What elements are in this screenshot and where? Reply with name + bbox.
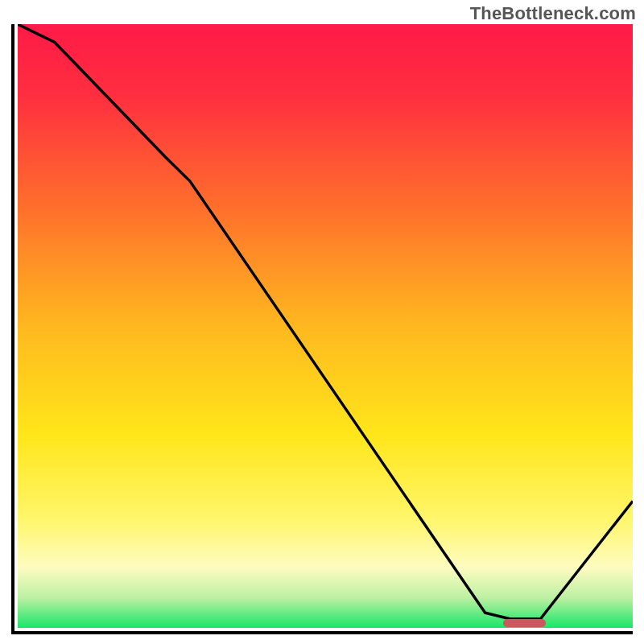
bottleneck-curve [18,24,633,628]
curve-path [18,24,633,619]
attribution-text: TheBottleneck.com [470,3,636,24]
plot-area [11,24,633,634]
optimal-marker [503,619,547,627]
